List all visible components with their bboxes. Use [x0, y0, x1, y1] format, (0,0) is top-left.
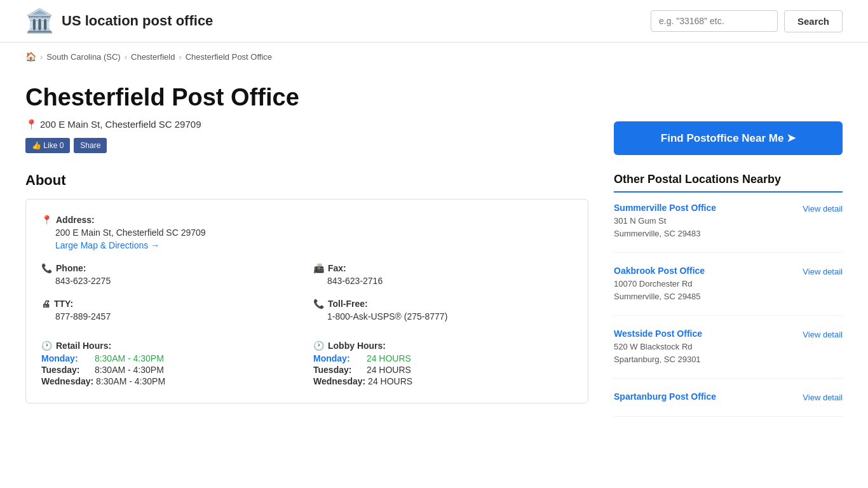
nearby-title: Other Postal Locations Nearby: [614, 173, 843, 193]
search-input[interactable]: [651, 10, 778, 32]
fax-section: 📠 Fax: 843-623-2716: [313, 263, 573, 286]
retail-monday-day: Monday:: [41, 353, 92, 363]
phone-fax-grid: 📞 Phone: 843-623-2275 📠 Fax: 843-623-271…: [41, 263, 573, 299]
retail-wednesday-day: Wednesday:: [41, 376, 93, 386]
address-header: 📍 200 E Main St, Chesterfield SC 29709: [25, 119, 588, 130]
address-section: 📍 Address: 200 E Main St, Chesterfield S…: [41, 215, 573, 250]
nearby-info-spartanburg: Spartanburg Post Office: [614, 391, 716, 403]
nearby-westside-addr1: 520 W Blackstock Rd: [614, 342, 693, 351]
tty-value: 877-889-2457: [55, 311, 301, 322]
lobby-tuesday-day: Tuesday:: [313, 365, 364, 375]
nearby-westside-link[interactable]: Westside Post Office: [614, 329, 702, 339]
lobby-wednesday-time: 24 HOURS: [365, 376, 412, 386]
map-link-container: Large Map & Directions →: [55, 240, 573, 250]
lobby-tuesday-time: 24 HOURS: [364, 365, 411, 375]
lobby-monday-row: Monday: 24 HOURS: [313, 353, 573, 363]
home-icon[interactable]: 🏠: [25, 51, 36, 62]
breadcrumb: 🏠 › South Carolina (SC) › Chesterfield ›…: [0, 43, 868, 71]
retail-wednesday-row: Wednesday: 8:30AM - 4:30PM: [41, 376, 301, 386]
about-title: About: [25, 172, 588, 189]
breadcrumb-sep-2: ›: [125, 52, 127, 62]
nearby-item-spartanburg: Spartanburg Post Office View detail: [614, 391, 843, 417]
search-button[interactable]: Search: [784, 10, 843, 32]
lobby-monday-day: Monday:: [313, 353, 364, 363]
site-title: US location post office: [62, 13, 213, 29]
retail-tuesday-row: Tuesday: 8:30AM - 4:30PM: [41, 365, 301, 375]
nearby-oakbrook-link[interactable]: Oakbrook Post Office: [614, 266, 705, 276]
find-postoffice-button[interactable]: Find Postoffice Near Me ➤: [614, 121, 843, 155]
clock-icon: 🕐: [41, 341, 52, 351]
site-logo-icon: 🏛️: [25, 10, 54, 32]
header-address: 200 E Main St, Chesterfield SC 29709: [40, 119, 201, 130]
address-pin-icon: 📍: [41, 215, 52, 225]
fb-like-button[interactable]: 👍 Like 0: [25, 138, 70, 153]
lobby-tuesday-row: Tuesday: 24 HOURS: [313, 365, 573, 375]
nearby-westside-viewdetail[interactable]: View detail: [803, 330, 843, 339]
nearby-spartanburg-link[interactable]: Spartanburg Post Office: [614, 391, 716, 402]
info-card: 📍 Address: 200 E Main St, Chesterfield S…: [25, 199, 588, 403]
fb-share-button[interactable]: Share: [74, 138, 107, 153]
lobby-wednesday-row: Wednesday: 24 HOURS: [313, 376, 573, 386]
content-right: Find Postoffice Near Me ➤ Other Postal L…: [614, 83, 843, 430]
retail-tuesday-time: 8:30AM - 4:30PM: [92, 365, 164, 375]
nearby-oakbrook-viewdetail[interactable]: View detail: [803, 267, 843, 276]
lobby-wednesday-day: Wednesday:: [313, 376, 365, 386]
breadcrumb-state[interactable]: South Carolina (SC): [46, 52, 120, 62]
pin-icon: 📍: [25, 119, 37, 130]
breadcrumb-city[interactable]: Chesterfield: [131, 52, 175, 62]
main-layout: Chesterfield Post Office 📍 200 E Main St…: [0, 71, 868, 442]
site-header: 🏛️ US location post office Search: [0, 0, 868, 43]
nearby-summerville-addr1: 301 N Gum St: [614, 216, 666, 226]
retail-monday-row: Monday: 8:30AM - 4:30PM: [41, 353, 301, 363]
tollfree-section: 📞 Toll-Free: 1-800-Ask-USPS® (275-8777): [313, 299, 573, 322]
lobby-hours-section: 🕐 Lobby Hours: Monday: 24 HOURS Tuesday:…: [313, 341, 573, 388]
nearby-spartanburg-viewdetail[interactable]: View detail: [803, 393, 843, 402]
nearby-summerville-link[interactable]: Summerville Post Office: [614, 203, 716, 213]
nearby-item-oakbrook: Oakbrook Post Office 10070 Dorchester Rd…: [614, 266, 843, 316]
page-title: Chesterfield Post Office: [25, 83, 588, 112]
phone-section: 📞 Phone: 843-623-2275: [41, 263, 301, 286]
fax-value: 843-623-2716: [327, 276, 573, 286]
breadcrumb-sep-3: ›: [179, 52, 181, 62]
nearby-info-summerville: Summerville Post Office 301 N Gum St Sum…: [614, 203, 716, 240]
nearby-oakbrook-addr1: 10070 Dorchester Rd: [614, 279, 693, 288]
lobby-hours-label: 🕐 Lobby Hours:: [313, 341, 573, 351]
phone-icon: 📞: [41, 263, 52, 273]
retail-monday-time: 8:30AM - 4:30PM: [92, 353, 164, 363]
fax-label: 📠 Fax:: [313, 263, 573, 273]
retail-tuesday-day: Tuesday:: [41, 365, 92, 375]
tty-icon: 🖨: [41, 299, 50, 309]
header-brand: 🏛️ US location post office: [25, 10, 213, 32]
phone-label: 📞 Phone:: [41, 263, 301, 273]
tollfree-value: 1-800-Ask-USPS® (275-8777): [327, 311, 573, 322]
nearby-oakbrook-addr2: Summerville, SC 29485: [614, 292, 701, 301]
retail-hours-section: 🕐 Retail Hours: Monday: 8:30AM - 4:30PM …: [41, 341, 301, 388]
nearby-westside-addr2: Spartanburg, SC 29301: [614, 355, 701, 364]
nearby-summerville-viewdetail[interactable]: View detail: [803, 204, 843, 214]
tollfree-label: 📞 Toll-Free:: [313, 299, 573, 309]
retail-wednesday-time: 8:30AM - 4:30PM: [93, 376, 165, 386]
address-value: 200 E Main St, Chesterfield SC 29709: [55, 227, 573, 238]
phone-value: 843-623-2275: [55, 276, 301, 286]
fax-icon: 📠: [313, 263, 324, 273]
hours-grid: 🕐 Retail Hours: Monday: 8:30AM - 4:30PM …: [41, 334, 573, 388]
retail-hours-label: 🕐 Retail Hours:: [41, 341, 301, 351]
nearby-info-oakbrook: Oakbrook Post Office 10070 Dorchester Rd…: [614, 266, 705, 302]
lobby-clock-icon: 🕐: [313, 341, 324, 351]
nearby-info-westside: Westside Post Office 520 W Blackstock Rd…: [614, 329, 702, 365]
tty-tollfree-grid: 🖨 TTY: 877-889-2457 📞 Toll-Free: 1-800-A…: [41, 299, 573, 334]
breadcrumb-current[interactable]: Chesterfield Post Office: [186, 52, 272, 62]
breadcrumb-sep-1: ›: [40, 52, 43, 62]
social-buttons: 👍 Like 0 Share: [25, 138, 588, 153]
tty-section: 🖨 TTY: 877-889-2457: [41, 299, 301, 322]
address-label: 📍 Address:: [41, 215, 573, 225]
lobby-monday-time: 24 HOURS: [364, 353, 411, 363]
tty-label: 🖨 TTY:: [41, 299, 301, 309]
tollfree-icon: 📞: [313, 299, 324, 309]
header-search: Search: [651, 10, 843, 32]
nearby-summerville-addr2: Summerville, SC 29483: [614, 229, 701, 238]
content-left: Chesterfield Post Office 📍 200 E Main St…: [25, 83, 588, 430]
nearby-item-westside: Westside Post Office 520 W Blackstock Rd…: [614, 329, 843, 379]
map-directions-link[interactable]: Large Map & Directions →: [55, 240, 159, 250]
nearby-item-summerville: Summerville Post Office 301 N Gum St Sum…: [614, 203, 843, 253]
